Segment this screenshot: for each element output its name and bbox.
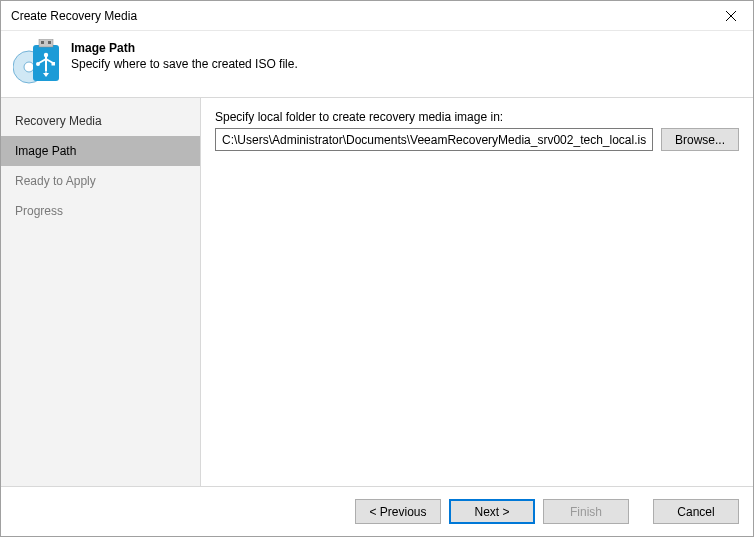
- close-icon: [726, 11, 736, 21]
- header-title: Image Path: [71, 41, 298, 55]
- dialog-footer: < Previous Next > Finish Cancel: [1, 486, 753, 536]
- header-text: Image Path Specify where to save the cre…: [71, 39, 298, 71]
- dialog-header: Image Path Specify where to save the cre…: [1, 31, 753, 97]
- browse-button[interactable]: Browse...: [661, 128, 739, 151]
- svg-point-3: [24, 62, 34, 72]
- svg-rect-7: [48, 41, 51, 44]
- sidebar-item-image-path[interactable]: Image Path: [1, 136, 200, 166]
- sidebar-item-label: Image Path: [15, 144, 76, 158]
- dialog-body: Recovery Media Image Path Ready to Apply…: [1, 97, 753, 486]
- sidebar-item-recovery-media[interactable]: Recovery Media: [1, 106, 200, 136]
- sidebar-item-ready-to-apply[interactable]: Ready to Apply: [1, 166, 200, 196]
- sidebar-item-label: Recovery Media: [15, 114, 102, 128]
- path-row: Browse...: [215, 128, 739, 151]
- finish-button: Finish: [543, 499, 629, 524]
- window-title: Create Recovery Media: [11, 9, 137, 23]
- sidebar-item-label: Progress: [15, 204, 63, 218]
- path-input[interactable]: [215, 128, 653, 151]
- svg-rect-9: [45, 55, 47, 71]
- header-subtitle: Specify where to save the created ISO fi…: [71, 57, 298, 71]
- close-button[interactable]: [708, 1, 753, 30]
- path-field-label: Specify local folder to create recovery …: [215, 110, 739, 124]
- next-button[interactable]: Next >: [449, 499, 535, 524]
- cancel-button[interactable]: Cancel: [653, 499, 739, 524]
- svg-rect-10: [46, 70, 47, 73]
- svg-rect-12: [52, 62, 56, 66]
- previous-button[interactable]: < Previous: [355, 499, 441, 524]
- create-recovery-media-dialog: Create Recovery Media: [0, 0, 754, 537]
- sidebar-item-label: Ready to Apply: [15, 174, 96, 188]
- titlebar: Create Recovery Media: [1, 1, 753, 31]
- svg-rect-6: [41, 41, 44, 44]
- svg-point-11: [36, 62, 40, 66]
- wizard-sidebar: Recovery Media Image Path Ready to Apply…: [1, 98, 201, 486]
- sidebar-item-progress[interactable]: Progress: [1, 196, 200, 226]
- usb-disc-icon: [13, 39, 61, 87]
- content-panel: Specify local folder to create recovery …: [201, 98, 753, 486]
